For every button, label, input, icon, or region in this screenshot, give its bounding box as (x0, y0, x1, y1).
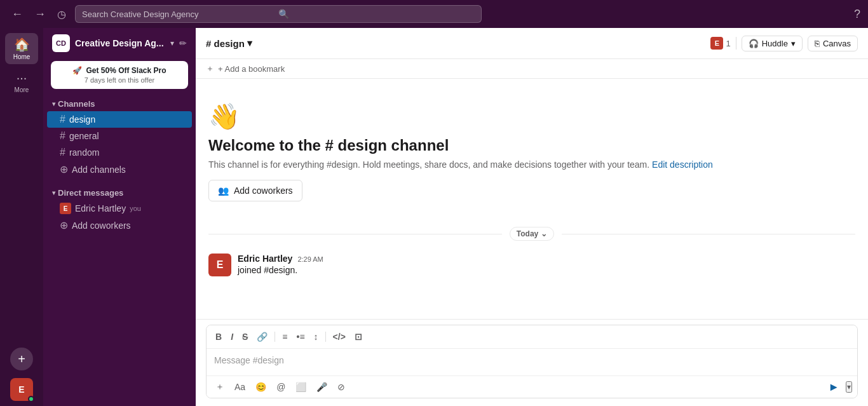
status-dot (28, 396, 34, 402)
input-footer: ＋ Aa 😊 @ ⬜ 🎤 ⊘ ► ▾ (207, 376, 857, 398)
canvas-label: Canvas (823, 39, 851, 48)
emoji-button[interactable]: 😊 (252, 379, 270, 395)
message-initial: E (217, 259, 224, 271)
channel-name-general: general (69, 131, 99, 141)
channel-title-text: # design (206, 38, 245, 49)
add-coworkers-label: Add coworkers (72, 220, 131, 231)
welcome-desc: This channel is for everything #design. … (208, 159, 855, 170)
hash-icon: # (60, 130, 65, 142)
channel-area: # design ▾ E 1 🎧 Huddle ▾ ⎘ (196, 28, 868, 406)
channels-header[interactable]: ▾ Channels (43, 97, 196, 111)
send-options-button[interactable]: ▾ (846, 381, 852, 393)
member-badge: E (710, 37, 723, 50)
channel-body: 👋 Welcome to the # design channel This c… (196, 79, 868, 319)
channel-item-random[interactable]: # random (47, 144, 192, 161)
huddle-chevron-icon: ▾ (791, 39, 796, 48)
welcome-title: Welcome to the # design channel (208, 137, 855, 154)
channel-item-general[interactable]: # general (47, 128, 192, 144)
wave-emoji: 👋 (208, 102, 855, 132)
add-coworkers-sidebar[interactable]: ⊕ Add coworkers (47, 217, 192, 234)
headphones-icon: 🎧 (749, 39, 759, 48)
home-label: Home (13, 53, 31, 60)
welcome-desc-text: This channel is for everything #design. … (208, 159, 649, 170)
add-button[interactable]: ＋ (212, 379, 228, 395)
dm-avatar: E (60, 203, 71, 214)
add-coworkers-button[interactable]: 👥 Add coworkers (208, 180, 302, 201)
bookmark-bar[interactable]: ＋ + Add a bookmark (196, 59, 868, 79)
search-icon: 🔍 (278, 9, 475, 19)
send-button[interactable]: ► (824, 379, 843, 395)
edit-description-link[interactable]: Edit description (652, 159, 713, 170)
dm-edric[interactable]: E Edric Hartley you (47, 200, 192, 217)
huddle-button[interactable]: 🎧 Huddle ▾ (742, 36, 803, 51)
add-channels-item[interactable]: ⊕ Add channels (47, 161, 192, 178)
welcome-section: 👋 Welcome to the # design channel This c… (208, 89, 855, 217)
search-text: Search Creative Design Agency (82, 10, 278, 19)
date-badge[interactable]: Today ⌄ (510, 227, 554, 241)
rail-home[interactable]: 🏠 Home (5, 33, 38, 64)
channel-title[interactable]: # design ▾ (206, 37, 252, 49)
message-time: 2:29 AM (297, 255, 323, 263)
channel-item-design[interactable]: # design (47, 111, 192, 128)
message-avatar: E (208, 254, 231, 276)
main-layout: 🏠 Home ··· More + E CD Creative D (0, 28, 868, 406)
promo-banner[interactable]: 🚀 Get 50% Off Slack Pro 7 days left on t… (51, 61, 188, 89)
add-channels-label: Add channels (72, 165, 126, 175)
icon-rail: 🏠 Home ··· More + E (0, 28, 43, 406)
search-bar[interactable]: Search Creative Design Agency 🔍 (75, 5, 482, 23)
italic-button[interactable]: I (227, 329, 237, 344)
message-input-area: B I S 🔗 ≡ •≡ ↕ </> ⊡ Message #design (196, 319, 868, 406)
people-icon: 👥 (218, 186, 229, 196)
canvas-button[interactable]: ⎘ Canvas (808, 36, 858, 51)
strikethrough-button[interactable]: S (238, 329, 252, 344)
channel-name-design: design (69, 114, 95, 125)
today-chevron-icon: ⌄ (541, 229, 547, 238)
link-button[interactable]: 🔗 (253, 329, 271, 344)
back-button[interactable]: ← (8, 5, 27, 24)
member-count[interactable]: E 1 (710, 37, 730, 50)
channel-name-random: random (69, 147, 99, 158)
message-content: Edric Hartley 2:29 AM joined #design. (238, 254, 855, 276)
canvas-icon: ⎘ (815, 39, 820, 48)
block-quote-button[interactable]: ↕ (310, 329, 322, 344)
rocket-icon: 🚀 (72, 66, 82, 75)
workspace-chevron-icon: ▾ (170, 39, 174, 48)
message-author[interactable]: Edric Hartley (238, 254, 292, 264)
edit-workspace-button[interactable]: ✏ (179, 38, 187, 48)
today-label: Today (517, 229, 538, 238)
user-initial: E (18, 384, 24, 395)
rail-more[interactable]: ··· More (5, 67, 38, 97)
audio-button[interactable]: 🎤 (313, 379, 331, 395)
code-block-button[interactable]: ⊡ (351, 329, 366, 344)
channel-header-right: E 1 🎧 Huddle ▾ ⎘ Canvas (710, 36, 858, 51)
top-bar: ← → ◷ Search Creative Design Agency 🔍 ? (0, 0, 868, 28)
dm-header[interactable]: ▾ Direct messages (43, 186, 196, 200)
message-item: E Edric Hartley 2:29 AM joined #design. (208, 251, 855, 279)
promo-button[interactable]: 🚀 Get 50% Off Slack Pro (58, 66, 180, 75)
user-avatar[interactable]: E (10, 378, 33, 401)
bold-button[interactable]: B (212, 329, 226, 344)
forward-button[interactable]: → (31, 5, 50, 24)
message-input[interactable]: Message #design (207, 349, 857, 376)
history-button[interactable]: ◷ (53, 6, 70, 23)
add-workspace-button[interactable]: + (10, 348, 33, 370)
unordered-list-button[interactable]: •≡ (293, 329, 309, 344)
promo-label: Get 50% Off Slack Pro (86, 66, 166, 75)
toolbar-sep-2 (325, 332, 326, 342)
welcome-title-text: Welcome to the # design channel (208, 137, 449, 154)
shortcut-button[interactable]: ⊘ (334, 379, 349, 395)
code-button[interactable]: </> (329, 329, 349, 344)
date-divider: Today ⌄ (208, 227, 855, 241)
video-button[interactable]: ⬜ (292, 379, 310, 395)
mention-button[interactable]: @ (273, 379, 289, 395)
input-container: B I S 🔗 ≡ •≡ ↕ </> ⊡ Message #design (206, 325, 858, 398)
text-format-button[interactable]: Aa (231, 379, 249, 395)
dm-name: Edric Hartley (75, 203, 126, 213)
message-header: Edric Hartley 2:29 AM (238, 254, 855, 264)
help-button[interactable]: ? (854, 8, 860, 21)
ordered-list-button[interactable]: ≡ (278, 329, 291, 344)
hash-icon: # (60, 114, 65, 125)
nav-buttons: ← → ◷ (8, 5, 70, 24)
channel-chevron-icon: ▾ (247, 37, 252, 49)
workspace-header[interactable]: CD Creative Design Ag... ▾ ✏ (43, 28, 196, 58)
